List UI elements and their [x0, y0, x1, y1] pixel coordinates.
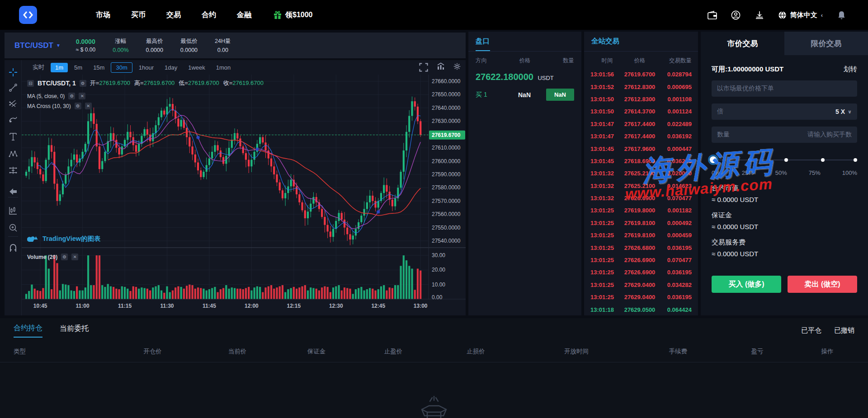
- ticker-stat-label: 最低价: [180, 38, 198, 45]
- xabcd-pattern-icon[interactable]: [8, 149, 18, 159]
- slider-handle[interactable]: [710, 156, 717, 163]
- nav-item-3[interactable]: 交易: [166, 10, 181, 20]
- wallet-icon[interactable]: [708, 10, 717, 20]
- trade-row[interactable]: 13:01:1827629.05000.064424: [584, 303, 698, 315]
- candlestick-chart[interactable]: 27660.000027650.000027640.000027630.0000…: [22, 75, 466, 315]
- trade-row[interactable]: 13:01:2527626.68000.036195: [584, 241, 698, 254]
- tab-market-trade[interactable]: 市价交易: [701, 32, 784, 55]
- trend-line-icon[interactable]: [8, 83, 18, 93]
- trade-row[interactable]: 13:01:4527617.96000.000447: [584, 142, 698, 155]
- bonus-button[interactable]: 领$1000: [273, 10, 313, 20]
- sell-short-button[interactable]: 卖出 (做空): [788, 276, 857, 293]
- leverage-select[interactable]: 倍 5 X ∨: [712, 103, 857, 120]
- ma-remove-icon[interactable]: ✕: [79, 93, 85, 99]
- timeframe-1m[interactable]: 1m: [51, 63, 68, 72]
- trade-price: 27629.0500: [624, 306, 656, 313]
- trade-row[interactable]: 13:01:3227626.69000.070477: [584, 192, 698, 204]
- language-selector[interactable]: 简体中文 ‹: [778, 11, 823, 19]
- nav-item-4[interactable]: 合约: [202, 10, 216, 20]
- timeframe-1day[interactable]: 1day: [160, 63, 182, 72]
- slider-dot-25[interactable]: [748, 158, 752, 162]
- pitchfork-icon[interactable]: [8, 99, 18, 108]
- timeframe-5m[interactable]: 5m: [70, 63, 87, 72]
- tab-limit-trade[interactable]: 限价交易: [784, 32, 868, 55]
- trade-row[interactable]: 13:01:2527629.04000.036195: [584, 291, 698, 303]
- ticker-stats: 涨幅0.00%最高价0.0000最低价0.000024H量0.00: [113, 38, 231, 53]
- ma-settings-icon[interactable]: ⚙: [68, 93, 75, 99]
- nav-item-1[interactable]: 市场: [96, 10, 110, 20]
- tab-contract-positions[interactable]: 合约持仓: [14, 324, 42, 338]
- market-price-input[interactable]: 以市场最优价格下单: [712, 80, 857, 97]
- nav-item-5[interactable]: 金融: [237, 10, 251, 20]
- notifications-bell-icon[interactable]: [836, 10, 846, 20]
- closed-positions-link[interactable]: 已平仓: [801, 326, 821, 335]
- text-tool-icon[interactable]: [8, 132, 18, 141]
- trade-row[interactable]: 13:01:2527619.80000.001182: [584, 204, 698, 216]
- slider-dot-75[interactable]: [821, 158, 825, 162]
- trade-price: 27617.9600: [624, 146, 656, 152]
- trade-row[interactable]: 13:01:4527618.69000.036206: [584, 155, 698, 167]
- tradingview-attribution[interactable]: TradingView的图表: [27, 235, 101, 243]
- quantity-label: 数量: [717, 131, 730, 139]
- brush-icon[interactable]: [8, 114, 18, 124]
- trade-row[interactable]: 13:01:2527619.81000.000492: [584, 217, 698, 229]
- trade-row[interactable]: 13:01:4727617.44000.022489: [584, 118, 698, 130]
- timeframe-1mon[interactable]: 1mon: [212, 63, 236, 72]
- trade-price: 27614.3700: [624, 108, 656, 115]
- timeframe-30m[interactable]: 30m: [111, 62, 132, 73]
- crosshair-icon[interactable]: [8, 67, 18, 77]
- trade-row[interactable]: 13:01:3227625.21000.020000: [584, 167, 698, 179]
- svg-text:27660.0000: 27660.0000: [432, 78, 461, 85]
- trade-row[interactable]: 13:01:5027614.37000.001124: [584, 105, 698, 117]
- trade-row[interactable]: 13:01:2527629.04000.034282: [584, 279, 698, 291]
- transfer-link[interactable]: 划转: [844, 65, 857, 74]
- volume-remove-icon[interactable]: ✕: [71, 254, 78, 260]
- quantity-input[interactable]: 数量 请输入购买手数: [712, 127, 857, 143]
- site-logo[interactable]: [19, 6, 37, 24]
- timeframe-1week[interactable]: 1week: [184, 63, 210, 72]
- timeframe-1hour[interactable]: 1hour: [134, 63, 158, 72]
- ma-cross-remove-icon[interactable]: ✕: [85, 103, 92, 109]
- indicators-panel-icon[interactable]: [8, 206, 18, 216]
- forecast-tool-icon[interactable]: [8, 165, 18, 175]
- download-icon[interactable]: [755, 10, 764, 20]
- trade-row[interactable]: 13:01:2527619.81000.000459: [584, 229, 698, 241]
- trade-row[interactable]: 13:01:5027612.83000.001108: [584, 93, 698, 105]
- trade-qty: 0.036195: [656, 244, 692, 251]
- fullscreen-icon[interactable]: [419, 62, 429, 72]
- orderbook-row[interactable]: 买 1 NaN NaN: [468, 84, 581, 105]
- trade-price: 27625.2100: [624, 170, 656, 177]
- timeframe-实时[interactable]: 实时: [28, 62, 49, 73]
- account-icon[interactable]: [731, 10, 741, 20]
- trade-price: 27619.8100: [624, 232, 656, 239]
- trade-time: 13:01:25: [590, 269, 624, 276]
- pair-selector[interactable]: BTC/USDT ▼: [14, 41, 61, 50]
- svg-text:27640.0000: 27640.0000: [432, 105, 461, 111]
- hide-toolbar-arrow-icon[interactable]: [8, 187, 18, 197]
- trade-row[interactable]: 13:01:4727617.44000.036192: [584, 130, 698, 142]
- slider-dot-50[interactable]: [784, 158, 788, 162]
- magnet-icon[interactable]: [8, 243, 18, 253]
- buy-long-button[interactable]: 买入 (做多): [712, 276, 781, 293]
- trade-row[interactable]: 13:01:5227612.83000.000695: [584, 80, 698, 93]
- amount-slider[interactable]: [712, 156, 857, 164]
- trade-price: 27626.6900: [624, 257, 656, 263]
- cancelled-orders-link[interactable]: 已撤销: [834, 326, 854, 335]
- trade-row[interactable]: 13:01:2527626.69000.036195: [584, 266, 698, 278]
- zoom-in-icon[interactable]: [8, 223, 18, 233]
- timeframe-15m[interactable]: 15m: [89, 63, 109, 72]
- slider-dot-100[interactable]: [854, 158, 857, 162]
- nav-item-2[interactable]: 买币: [131, 10, 146, 20]
- legend-settings-icon[interactable]: ⚙: [80, 80, 86, 87]
- collapse-legend-icon[interactable]: ⊟: [27, 80, 34, 87]
- ma-cross-settings-icon[interactable]: ⚙: [75, 103, 81, 109]
- trade-row[interactable]: 13:01:2527626.69000.070477: [584, 254, 698, 266]
- tab-open-orders[interactable]: 当前委托: [60, 324, 89, 337]
- pair-label: BTC/USDT: [14, 41, 53, 50]
- trade-row[interactable]: 13:01:5627619.67000.028794: [584, 68, 698, 80]
- volume-settings-icon[interactable]: ⚙: [61, 254, 68, 260]
- chart-settings-gear-icon[interactable]: [453, 62, 461, 70]
- trade-row[interactable]: 13:01:3227625.21000.014623: [584, 180, 698, 192]
- indicator-icon[interactable]: [437, 62, 445, 70]
- trade-form-panel: 市价交易 限价交易 可用:1.00000000 USDT 划转 以市场最优价格下…: [701, 32, 868, 315]
